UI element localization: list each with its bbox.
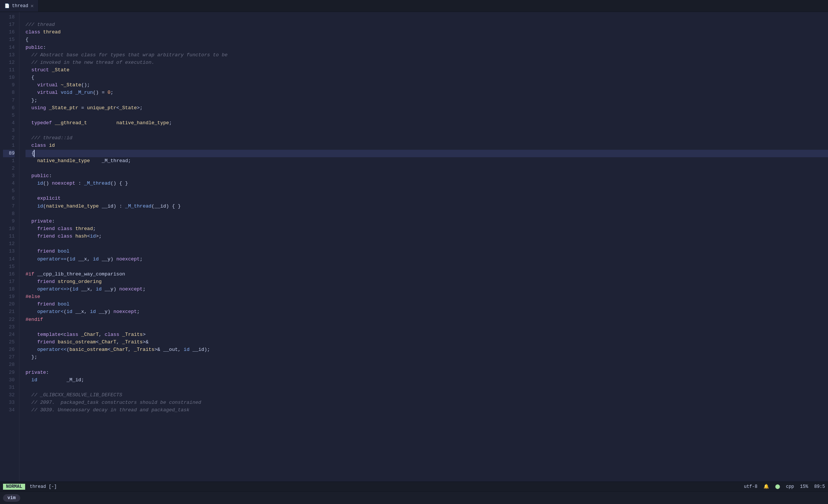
token-sym: , <box>178 346 184 354</box>
line-number: 32 <box>3 391 15 399</box>
token-sym: ) <box>113 286 119 293</box>
vim-label: vim <box>3 494 20 502</box>
token-fn: _M_thread <box>84 180 110 187</box>
code-line: id() noexcept : _M_thread() { } <box>26 180 828 187</box>
token-kw2: void <box>61 89 72 96</box>
token-id: __y <box>99 308 107 316</box>
language-label: cpp <box>786 484 794 489</box>
code-line: friend bool <box>26 248 828 255</box>
code-line <box>26 384 828 391</box>
token-id <box>72 89 75 96</box>
token-fn: id <box>66 308 72 316</box>
token-sym: ( <box>43 203 46 210</box>
code-line: // 3039. Unnecessary decay in thread and… <box>26 406 828 414</box>
line-number: 24 <box>3 331 15 339</box>
token-id <box>26 331 37 339</box>
token-kw: typedef <box>26 119 52 127</box>
token-cls: ~_State <box>61 81 81 89</box>
token-num: 0 <box>108 89 111 96</box>
token-id: __x <box>78 256 87 263</box>
line-number: 20 <box>3 301 15 308</box>
token-cls: native_handle_type <box>116 119 169 127</box>
token-fn: id <box>90 308 96 316</box>
cursor: ​ <box>34 150 35 157</box>
line-number: 21 <box>3 308 15 316</box>
line-number: 14 <box>3 44 15 51</box>
token-cls: hash <box>75 233 87 240</box>
token-sym: ) <box>110 256 116 263</box>
line-number: 11 <box>3 233 15 240</box>
token-kw: friend <box>26 233 55 240</box>
code-line: struct _State <box>26 66 828 74</box>
token-sym: ) { } <box>166 203 181 210</box>
token-id <box>99 256 102 263</box>
code-line <box>26 127 828 134</box>
code-line: // _GLIBCXX_RESOLVE_LIB_DEFECTS <box>26 391 828 399</box>
line-number: 17 <box>3 278 15 286</box>
token-fn: id <box>184 346 190 354</box>
token-cls: strong_ordering <box>58 278 102 286</box>
token-sym: : <box>43 44 46 51</box>
token-fn: _M_thread <box>125 203 151 210</box>
token-sym: , <box>87 256 93 263</box>
line-number: 30 <box>3 376 15 384</box>
token-kw: class <box>58 233 72 240</box>
token-cls: _State <box>52 66 69 74</box>
code-line: private: <box>26 218 828 225</box>
line-number: 14 <box>3 256 15 263</box>
token-sym: < <box>116 104 119 112</box>
token-kw2: bool <box>58 248 69 255</box>
token-id <box>26 376 32 384</box>
line-number: 23 <box>3 323 15 331</box>
token-id: __id <box>193 346 204 354</box>
tab-close-button[interactable]: ✕ <box>30 3 33 9</box>
token-kw: class <box>26 29 40 36</box>
line-number: 15 <box>3 36 15 44</box>
token-fn: id <box>90 233 96 240</box>
code-line <box>26 165 828 172</box>
token-kw: noexcept <box>116 256 140 263</box>
token-fn: operator<< <box>37 346 66 354</box>
token-id <box>26 346 37 354</box>
token-id: __cpp_lib_three_way_comparison <box>37 271 125 278</box>
token-prep: #endif <box>26 316 43 323</box>
token-fn: operator< <box>37 308 63 316</box>
token-kw: virtual <box>26 89 58 96</box>
vim-mode: NORMAL <box>3 484 25 490</box>
token-id: __y <box>105 286 113 293</box>
code-line: typedef __gthread_t native_handle_type; <box>26 119 828 127</box>
token-kw: public <box>26 172 49 180</box>
token-id <box>46 142 49 149</box>
code-area[interactable]: /// threadclass thread{public: // Abstra… <box>20 12 828 481</box>
token-id: __id <box>102 203 113 210</box>
token-kw: virtual <box>26 81 58 89</box>
line-number: 13 <box>3 51 15 59</box>
line-number: 8 <box>3 210 15 218</box>
tab-bar: 📄 thread ✕ <box>0 0 828 12</box>
token-kw: private <box>26 369 46 376</box>
token-id: _M_id <box>66 376 81 384</box>
code-line: explicit <box>26 195 828 202</box>
token-id <box>52 119 55 127</box>
line-number: 34 <box>3 406 15 414</box>
token-cmt: // _GLIBCXX_RESOLVE_LIB_DEFECTS <box>26 391 122 399</box>
line-number: 15 <box>3 263 15 271</box>
token-sym: ) : <box>113 203 125 210</box>
token-id <box>58 89 61 96</box>
token-sym: : <box>46 369 49 376</box>
token-cmt: // Abstract base class for types that wr… <box>26 51 227 59</box>
token-id <box>26 286 37 293</box>
line-number: 6 <box>3 195 15 202</box>
token-sym: , <box>99 331 105 339</box>
token-id <box>26 157 37 165</box>
token-cls: _Traits <box>134 346 155 354</box>
token-kw: struct <box>26 66 49 74</box>
code-line: friend bool <box>26 301 828 308</box>
file-tab[interactable]: 📄 thread ✕ <box>0 0 39 12</box>
code-line: { <box>26 74 828 81</box>
tab-label: thread <box>12 3 28 9</box>
token-cmt: // 2097. packaged_task constructors shou… <box>26 399 201 406</box>
token-kw: friend <box>37 278 55 286</box>
token-id <box>72 225 75 233</box>
code-line: operator<<(basic_ostream<_CharT, _Traits… <box>26 346 828 354</box>
